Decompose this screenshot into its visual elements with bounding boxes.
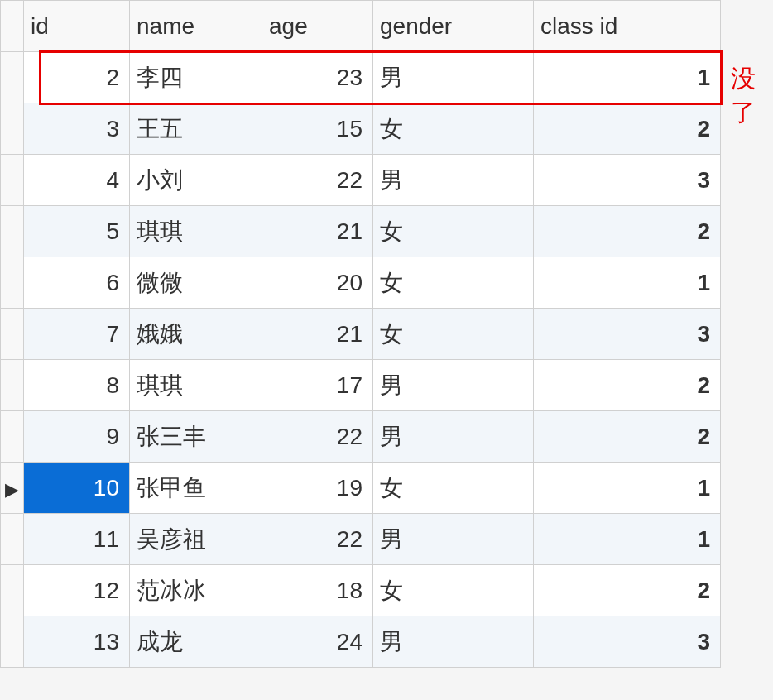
- cell-class-id[interactable]: 3: [534, 155, 721, 206]
- table-row[interactable]: 4小刘22男3: [1, 155, 721, 206]
- table-row[interactable]: ▶10张甲鱼19女1: [1, 463, 721, 514]
- row-gutter[interactable]: [1, 309, 24, 360]
- cell-name[interactable]: 张甲鱼: [130, 463, 262, 514]
- cell-id[interactable]: 7: [24, 309, 130, 360]
- cell-gender[interactable]: 男: [373, 411, 534, 463]
- cell-age[interactable]: 21: [262, 309, 373, 360]
- cell-name[interactable]: 琪琪: [130, 360, 262, 411]
- cell-gender[interactable]: 男: [373, 155, 534, 206]
- cell-age[interactable]: 18: [262, 565, 373, 616]
- table-row[interactable]: 8琪琪17男2: [1, 360, 721, 411]
- cell-age[interactable]: 23: [262, 52, 373, 103]
- table-row[interactable]: 6微微20女1: [1, 257, 721, 309]
- cell-age[interactable]: 17: [262, 360, 373, 411]
- cell-age[interactable]: 19: [262, 463, 373, 514]
- header-name[interactable]: name: [130, 1, 262, 52]
- cell-id[interactable]: 5: [24, 206, 130, 257]
- cell-class-id[interactable]: 2: [534, 103, 721, 155]
- row-gutter[interactable]: [1, 52, 24, 103]
- cell-name[interactable]: 吴彦祖: [130, 514, 262, 565]
- row-gutter[interactable]: [1, 103, 24, 155]
- cell-gender[interactable]: 女: [373, 565, 534, 616]
- table-row[interactable]: 11吴彦祖22男1: [1, 514, 721, 565]
- cell-gender[interactable]: 男: [373, 616, 534, 668]
- row-gutter[interactable]: [1, 155, 24, 206]
- cell-name[interactable]: 张三丰: [130, 411, 262, 463]
- cell-id[interactable]: 2: [24, 52, 130, 103]
- cell-id[interactable]: 3: [24, 103, 130, 155]
- table-row[interactable]: 3王五15女2: [1, 103, 721, 155]
- cell-gender[interactable]: 男: [373, 514, 534, 565]
- data-table-container: id name age gender class id 2李四23男13王五15…: [0, 0, 720, 668]
- cell-gender[interactable]: 女: [373, 463, 534, 514]
- table-header-row: id name age gender class id: [1, 1, 721, 52]
- cell-id[interactable]: 9: [24, 411, 130, 463]
- cell-name[interactable]: 王五: [130, 103, 262, 155]
- cell-class-id[interactable]: 3: [534, 616, 721, 668]
- cell-id[interactable]: 10: [24, 463, 130, 514]
- cell-gender[interactable]: 女: [373, 309, 534, 360]
- row-gutter[interactable]: [1, 257, 24, 309]
- cell-id[interactable]: 11: [24, 514, 130, 565]
- current-row-marker-icon: ▶: [5, 479, 19, 501]
- cell-name[interactable]: 小刘: [130, 155, 262, 206]
- cell-class-id[interactable]: 2: [534, 565, 721, 616]
- row-gutter[interactable]: [1, 360, 24, 411]
- cell-id[interactable]: 6: [24, 257, 130, 309]
- cell-gender[interactable]: 男: [373, 52, 534, 103]
- cell-gender[interactable]: 男: [373, 360, 534, 411]
- table-row[interactable]: 13成龙24男3: [1, 616, 721, 668]
- row-gutter[interactable]: [1, 206, 24, 257]
- row-gutter[interactable]: [1, 411, 24, 463]
- cell-age[interactable]: 22: [262, 411, 373, 463]
- cell-class-id[interactable]: 1: [534, 257, 721, 309]
- cell-name[interactable]: 李四: [130, 52, 262, 103]
- cell-class-id[interactable]: 3: [534, 309, 721, 360]
- row-gutter[interactable]: ▶: [1, 463, 24, 514]
- cell-gender[interactable]: 女: [373, 257, 534, 309]
- annotation-text: 没了: [731, 62, 774, 130]
- cell-id[interactable]: 4: [24, 155, 130, 206]
- row-gutter[interactable]: [1, 565, 24, 616]
- header-age[interactable]: age: [262, 1, 373, 52]
- table-row[interactable]: 5琪琪21女2: [1, 206, 721, 257]
- cell-gender[interactable]: 女: [373, 103, 534, 155]
- cell-name[interactable]: 娥娥: [130, 309, 262, 360]
- row-gutter[interactable]: [1, 514, 24, 565]
- cell-name[interactable]: 成龙: [130, 616, 262, 668]
- cell-name[interactable]: 微微: [130, 257, 262, 309]
- cell-id[interactable]: 13: [24, 616, 130, 668]
- row-gutter[interactable]: [1, 616, 24, 668]
- data-table[interactable]: id name age gender class id 2李四23男13王五15…: [0, 0, 721, 668]
- cell-age[interactable]: 22: [262, 514, 373, 565]
- cell-age[interactable]: 22: [262, 155, 373, 206]
- cell-id[interactable]: 12: [24, 565, 130, 616]
- cell-class-id[interactable]: 1: [534, 52, 721, 103]
- table-row[interactable]: 9张三丰22男2: [1, 411, 721, 463]
- header-id[interactable]: id: [24, 1, 130, 52]
- cell-class-id[interactable]: 2: [534, 360, 721, 411]
- cell-age[interactable]: 20: [262, 257, 373, 309]
- cell-gender[interactable]: 女: [373, 206, 534, 257]
- cell-class-id[interactable]: 1: [534, 463, 721, 514]
- cell-class-id[interactable]: 2: [534, 206, 721, 257]
- header-gender[interactable]: gender: [373, 1, 534, 52]
- cell-class-id[interactable]: 1: [534, 514, 721, 565]
- cell-age[interactable]: 15: [262, 103, 373, 155]
- header-class-id[interactable]: class id: [534, 1, 721, 52]
- cell-name[interactable]: 范冰冰: [130, 565, 262, 616]
- cell-id[interactable]: 8: [24, 360, 130, 411]
- cell-name[interactable]: 琪琪: [130, 206, 262, 257]
- cell-age[interactable]: 21: [262, 206, 373, 257]
- table-row[interactable]: 7娥娥21女3: [1, 309, 721, 360]
- cell-age[interactable]: 24: [262, 616, 373, 668]
- table-row[interactable]: 12范冰冰18女2: [1, 565, 721, 616]
- table-row[interactable]: 2李四23男1: [1, 52, 721, 103]
- cell-class-id[interactable]: 2: [534, 411, 721, 463]
- header-gutter: [1, 1, 24, 52]
